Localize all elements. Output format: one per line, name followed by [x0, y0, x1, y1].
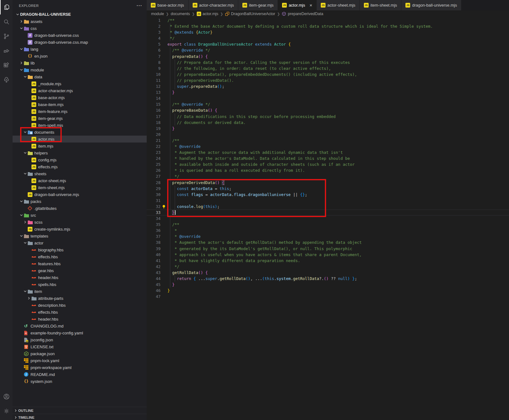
- tree-item-item-feature.mjs[interactable]: JSitem-feature.mjs: [13, 108, 147, 115]
- tree-item-dragon-ball-universe.css[interactable]: #dragon-ball-universe.css: [13, 32, 147, 39]
- line-number[interactable]: 28: [147, 180, 161, 186]
- line-number[interactable]: 25: [147, 161, 161, 167]
- tree-item-biography.hbs[interactable]: biography.hbs: [13, 246, 147, 253]
- tree-item-jsconfig.json[interactable]: JSjsconfig.json: [13, 336, 147, 343]
- code-line-35[interactable]: 35 /**: [147, 221, 509, 227]
- line-number[interactable]: 40: [147, 252, 161, 258]
- line-number[interactable]: 45: [147, 282, 161, 288]
- code-line-30[interactable]: 30 const flags = actorData.flags.dragonb…: [147, 192, 509, 198]
- line-number[interactable]: 34: [147, 216, 161, 221]
- tab-actor-character.mjs[interactable]: JSactor-character.mjs: [189, 0, 239, 10]
- tree-item-CHANGELOG.md[interactable]: ↺CHANGELOG.md: [13, 322, 147, 329]
- line-number[interactable]: 8: [147, 59, 161, 65]
- code-line-7[interactable]: 7 prepareData() {: [147, 53, 509, 59]
- tree-item-DRAGON-BALL-UNIVERSE[interactable]: DRAGON-BALL-UNIVERSE: [13, 11, 147, 18]
- tree-item-dragon-ball-universe.mjs[interactable]: JSdragon-ball-universe.mjs: [13, 191, 147, 198]
- source-control-icon[interactable]: [0, 29, 13, 43]
- tree-item-README.md[interactable]: iREADME.md: [13, 371, 147, 378]
- breadcrumb-item-documents[interactable]: documents: [171, 12, 190, 16]
- code-line-3[interactable]: 3 * @extends {Actor}: [147, 29, 509, 35]
- line-number[interactable]: 44: [147, 276, 161, 282]
- line-number[interactable]: 17: [147, 114, 161, 120]
- tab-base-actor.mjs[interactable]: JSbase-actor.mjs: [147, 0, 189, 10]
- code-line-20[interactable]: 20: [147, 132, 509, 137]
- line-number[interactable]: 9: [147, 65, 161, 71]
- line-number[interactable]: 27: [147, 173, 161, 179]
- tree-item-sheets[interactable]: sheets: [13, 170, 147, 177]
- line-number[interactable]: 47: [147, 294, 161, 300]
- code-line-10[interactable]: 10 // prepareBaseData(), prepareEmbedded…: [147, 71, 509, 77]
- code-line-40[interactable]: 40 * approach is useful when you have ac…: [147, 252, 509, 258]
- code-line-24[interactable]: 24 * handled by the actor's DataModel. D…: [147, 155, 509, 161]
- tree-item-package.json[interactable]: JSpackage.json: [13, 350, 147, 357]
- tree-item-effects.hbs[interactable]: effects.hbs: [13, 309, 147, 316]
- tree-item-description.hbs[interactable]: description.hbs: [13, 302, 147, 309]
- code-editor[interactable]: 1/**2 * Extend the base Actor document b…: [147, 17, 509, 420]
- tree-item-features.hbs[interactable]: features.hbs: [13, 260, 147, 267]
- line-number[interactable]: 32: [147, 204, 161, 210]
- tree-item-item-spell.mjs[interactable]: JSitem-spell.mjs: [13, 122, 147, 129]
- line-number[interactable]: 2: [147, 23, 161, 29]
- line-number[interactable]: 19: [147, 126, 161, 132]
- tab-item-sheet.mjs[interactable]: JSitem-sheet.mjs: [360, 0, 402, 10]
- line-number[interactable]: 36: [147, 227, 161, 233]
- tree-item-item-sheet.mjs[interactable]: JSitem-sheet.mjs: [13, 184, 147, 191]
- code-line-9[interactable]: 9 // the following, in order: data reset…: [147, 65, 509, 71]
- line-number[interactable]: 46: [147, 288, 161, 294]
- tree-item-item[interactable]: item: [13, 288, 147, 295]
- code-line-4[interactable]: 4 */: [147, 35, 509, 41]
- code-line-38[interactable]: 38 * Augment the actor's default getRoll…: [147, 239, 509, 245]
- line-number[interactable]: 26: [147, 167, 161, 173]
- code-line-22[interactable]: 22 * @override: [147, 143, 509, 149]
- tree-item-actor.mjs[interactable]: JSactor.mjs: [13, 136, 147, 143]
- code-line-23[interactable]: 23 * Augment the actor source data with …: [147, 149, 509, 155]
- code-line-45[interactable]: 45 }: [147, 282, 509, 288]
- tree-item-gear.hbs[interactable]: gear.hbs: [13, 267, 147, 274]
- tree-item-helpers[interactable]: helpers: [13, 149, 147, 156]
- close-icon[interactable]: ×: [309, 3, 312, 8]
- explorer-icon[interactable]: [0, 0, 13, 14]
- code-line-18[interactable]: 18 // documents or derived data.: [147, 120, 509, 126]
- code-line-14[interactable]: 14: [147, 95, 509, 101]
- code-line-12[interactable]: 12 super.prepareData();: [147, 83, 509, 89]
- line-number[interactable]: 43: [147, 270, 161, 276]
- line-number[interactable]: 4: [147, 35, 161, 41]
- line-number[interactable]: 18: [147, 120, 161, 126]
- tree-item-dragon-ball-universe.css.map[interactable]: #dragon-ball-universe.css.map: [13, 39, 147, 46]
- line-number[interactable]: 20: [147, 132, 161, 137]
- tree-item-config.mjs[interactable]: JSconfig.mjs: [13, 156, 147, 163]
- tree-item-pnpm-lock.yaml[interactable]: pnpm-lock.yaml: [13, 357, 147, 364]
- line-number[interactable]: 3: [147, 29, 161, 35]
- tree-item-scss[interactable]: scss: [13, 219, 147, 226]
- account-icon[interactable]: [0, 389, 13, 404]
- line-number[interactable]: 33: [147, 210, 161, 216]
- code-line-26[interactable]: 26 * is queried and has a roll executed …: [147, 167, 509, 173]
- run-debug-icon[interactable]: [0, 43, 13, 58]
- code-line-8[interactable]: 8 // Prepare data for the actor. Calling…: [147, 59, 509, 65]
- more-actions-icon[interactable]: ···: [137, 3, 142, 8]
- line-number[interactable]: 10: [147, 71, 161, 77]
- line-number[interactable]: 30: [147, 192, 161, 198]
- panel-timeline[interactable]: TIMELINE: [13, 414, 147, 420]
- tree-item-en.json[interactable]: {}en.json: [13, 53, 147, 59]
- code-line-42[interactable]: 42 */: [147, 264, 509, 270]
- code-line-46[interactable]: 46}: [147, 288, 509, 294]
- code-line-47[interactable]: 47: [147, 294, 509, 300]
- todo-tree-icon[interactable]: [0, 72, 13, 87]
- code-line-34[interactable]: 34: [147, 216, 509, 221]
- line-number[interactable]: 39: [147, 246, 161, 252]
- tree-item-actor-sheet.mjs[interactable]: JSactor-sheet.mjs: [13, 177, 147, 184]
- tree-item-base-actor.mjs[interactable]: JSbase-actor.mjs: [13, 94, 147, 101]
- tab-actor.mjs[interactable]: JSactor.mjs×: [278, 0, 317, 10]
- code-line-32[interactable]: 32 console.log(this);: [147, 204, 509, 210]
- breadcrumb-item-module[interactable]: module: [151, 12, 164, 16]
- code-line-21[interactable]: 21 /**: [147, 137, 509, 143]
- code-line-17[interactable]: 17 // Data modifications in this step oc…: [147, 114, 509, 120]
- line-number[interactable]: 16: [147, 107, 161, 113]
- code-line-1[interactable]: 1/**: [147, 17, 509, 23]
- tree-item-header.hbs[interactable]: header.hbs: [13, 274, 147, 281]
- line-number[interactable]: 37: [147, 233, 161, 239]
- tree-item-css[interactable]: css: [13, 25, 147, 32]
- code-line-6[interactable]: 6 /** @override */: [147, 47, 509, 53]
- tree-item-actor-character.mjs[interactable]: JSactor-character.mjs: [13, 87, 147, 94]
